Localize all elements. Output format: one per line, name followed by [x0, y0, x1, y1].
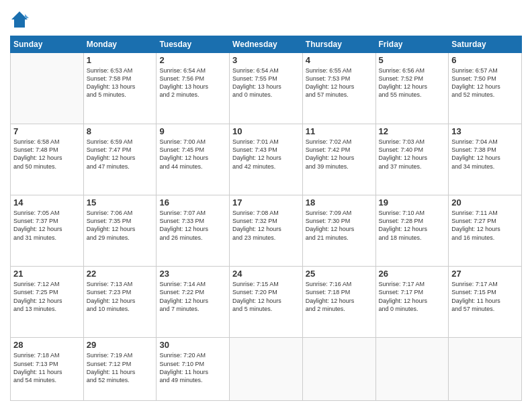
- calendar-cell: [11, 53, 84, 124]
- calendar-cell: 21Sunrise: 7:12 AM Sunset: 7:25 PM Dayli…: [11, 267, 84, 338]
- calendar-table: SundayMondayTuesdayWednesdayThursdayFrid…: [10, 36, 522, 401]
- calendar-cell: 18Sunrise: 7:09 AM Sunset: 7:30 PM Dayli…: [302, 195, 375, 267]
- day-number: 27: [451, 269, 519, 279]
- day-info: Sunrise: 7:10 AM Sunset: 7:28 PM Dayligh…: [379, 209, 446, 242]
- day-number: 21: [13, 269, 81, 279]
- day-info: Sunrise: 7:12 AM Sunset: 7:25 PM Dayligh…: [13, 280, 81, 313]
- day-info: Sunrise: 6:53 AM Sunset: 7:58 PM Dayligh…: [87, 66, 154, 99]
- calendar-cell: 26Sunrise: 7:17 AM Sunset: 7:17 PM Dayli…: [375, 267, 449, 338]
- day-number: 7: [13, 126, 81, 136]
- calendar-cell: 27Sunrise: 7:17 AM Sunset: 7:15 PM Dayli…: [449, 267, 522, 338]
- day-info: Sunrise: 6:59 AM Sunset: 7:47 PM Dayligh…: [87, 138, 154, 171]
- day-number: 20: [451, 197, 519, 208]
- day-info: Sunrise: 7:08 AM Sunset: 7:32 PM Dayligh…: [232, 209, 300, 242]
- calendar-cell: 14Sunrise: 7:05 AM Sunset: 7:37 PM Dayli…: [11, 195, 84, 267]
- calendar-cell: 4Sunrise: 6:55 AM Sunset: 7:53 PM Daylig…: [302, 53, 375, 124]
- day-header-thursday: Thursday: [302, 36, 375, 53]
- calendar-cell: 3Sunrise: 6:54 AM Sunset: 7:55 PM Daylig…: [230, 53, 303, 124]
- day-info: Sunrise: 7:15 AM Sunset: 7:20 PM Dayligh…: [232, 280, 300, 313]
- day-number: 4: [306, 55, 373, 65]
- day-number: 18: [306, 197, 373, 208]
- day-number: 22: [87, 269, 154, 279]
- calendar-cell: [375, 338, 449, 401]
- day-number: 19: [379, 197, 446, 208]
- calendar-cell: [230, 338, 303, 401]
- calendar-cell: 24Sunrise: 7:15 AM Sunset: 7:20 PM Dayli…: [230, 267, 303, 338]
- day-info: Sunrise: 7:04 AM Sunset: 7:38 PM Dayligh…: [451, 138, 519, 171]
- calendar-cell: 16Sunrise: 7:07 AM Sunset: 7:33 PM Dayli…: [157, 195, 230, 267]
- day-number: 1: [87, 55, 154, 65]
- page: SundayMondayTuesdayWednesdayThursdayFrid…: [0, 0, 532, 411]
- day-header-wednesday: Wednesday: [230, 36, 303, 53]
- day-number: 16: [159, 197, 226, 208]
- day-number: 28: [13, 340, 81, 350]
- day-info: Sunrise: 6:55 AM Sunset: 7:53 PM Dayligh…: [306, 66, 373, 99]
- day-number: 30: [159, 340, 226, 350]
- day-number: 10: [232, 126, 300, 136]
- day-number: 13: [451, 126, 519, 136]
- week-row-2: 14Sunrise: 7:05 AM Sunset: 7:37 PM Dayli…: [11, 195, 522, 267]
- day-number: 17: [232, 197, 300, 208]
- day-header-tuesday: Tuesday: [157, 36, 230, 53]
- calendar-cell: 6Sunrise: 6:57 AM Sunset: 7:50 PM Daylig…: [449, 53, 522, 124]
- day-number: 23: [159, 269, 226, 279]
- calendar-header-row: SundayMondayTuesdayWednesdayThursdayFrid…: [11, 36, 522, 53]
- calendar-cell: 1Sunrise: 6:53 AM Sunset: 7:58 PM Daylig…: [83, 53, 157, 124]
- calendar-cell: 23Sunrise: 7:14 AM Sunset: 7:22 PM Dayli…: [157, 267, 230, 338]
- header: [10, 10, 522, 29]
- day-info: Sunrise: 6:57 AM Sunset: 7:50 PM Dayligh…: [451, 66, 519, 99]
- svg-marker-0: [11, 11, 28, 28]
- week-row-3: 21Sunrise: 7:12 AM Sunset: 7:25 PM Dayli…: [11, 267, 522, 338]
- day-header-friday: Friday: [375, 36, 449, 53]
- calendar-cell: 10Sunrise: 7:01 AM Sunset: 7:43 PM Dayli…: [230, 124, 303, 195]
- calendar-cell: 5Sunrise: 6:56 AM Sunset: 7:52 PM Daylig…: [375, 53, 449, 124]
- day-info: Sunrise: 7:05 AM Sunset: 7:37 PM Dayligh…: [13, 209, 81, 242]
- calendar-cell: 22Sunrise: 7:13 AM Sunset: 7:23 PM Dayli…: [83, 267, 157, 338]
- calendar-cell: 15Sunrise: 7:06 AM Sunset: 7:35 PM Dayli…: [83, 195, 157, 267]
- day-info: Sunrise: 7:16 AM Sunset: 7:18 PM Dayligh…: [306, 280, 373, 313]
- day-info: Sunrise: 7:20 AM Sunset: 7:10 PM Dayligh…: [159, 351, 226, 384]
- calendar-cell: 11Sunrise: 7:02 AM Sunset: 7:42 PM Dayli…: [302, 124, 375, 195]
- week-row-4: 28Sunrise: 7:18 AM Sunset: 7:13 PM Dayli…: [11, 338, 522, 401]
- calendar-cell: 8Sunrise: 6:59 AM Sunset: 7:47 PM Daylig…: [83, 124, 157, 195]
- day-header-sunday: Sunday: [11, 36, 84, 53]
- day-info: Sunrise: 6:54 AM Sunset: 7:56 PM Dayligh…: [159, 66, 226, 99]
- day-header-saturday: Saturday: [449, 36, 522, 53]
- day-info: Sunrise: 7:14 AM Sunset: 7:22 PM Dayligh…: [159, 280, 226, 313]
- day-info: Sunrise: 6:54 AM Sunset: 7:55 PM Dayligh…: [232, 66, 300, 99]
- day-number: 29: [87, 340, 154, 350]
- calendar-cell: 29Sunrise: 7:19 AM Sunset: 7:12 PM Dayli…: [83, 338, 157, 401]
- day-info: Sunrise: 6:58 AM Sunset: 7:48 PM Dayligh…: [13, 138, 81, 171]
- calendar-cell: 2Sunrise: 6:54 AM Sunset: 7:56 PM Daylig…: [157, 53, 230, 124]
- day-info: Sunrise: 7:01 AM Sunset: 7:43 PM Dayligh…: [232, 138, 300, 171]
- calendar-cell: 28Sunrise: 7:18 AM Sunset: 7:13 PM Dayli…: [11, 338, 84, 401]
- day-number: 25: [306, 269, 373, 279]
- day-info: Sunrise: 7:17 AM Sunset: 7:17 PM Dayligh…: [379, 280, 446, 313]
- day-info: Sunrise: 7:13 AM Sunset: 7:23 PM Dayligh…: [87, 280, 154, 313]
- calendar-cell: 17Sunrise: 7:08 AM Sunset: 7:32 PM Dayli…: [230, 195, 303, 267]
- week-row-0: 1Sunrise: 6:53 AM Sunset: 7:58 PM Daylig…: [11, 53, 522, 124]
- day-info: Sunrise: 7:18 AM Sunset: 7:13 PM Dayligh…: [13, 351, 81, 384]
- day-number: 26: [379, 269, 446, 279]
- calendar-cell: 25Sunrise: 7:16 AM Sunset: 7:18 PM Dayli…: [302, 267, 375, 338]
- calendar-cell: 12Sunrise: 7:03 AM Sunset: 7:40 PM Dayli…: [375, 124, 449, 195]
- day-header-monday: Monday: [83, 36, 157, 53]
- calendar-cell: 20Sunrise: 7:11 AM Sunset: 7:27 PM Dayli…: [449, 195, 522, 267]
- day-number: 3: [232, 55, 300, 65]
- day-number: 12: [379, 126, 446, 136]
- calendar-cell: 13Sunrise: 7:04 AM Sunset: 7:38 PM Dayli…: [449, 124, 522, 195]
- day-number: 6: [451, 55, 519, 65]
- calendar-cell: [302, 338, 375, 401]
- day-info: Sunrise: 7:11 AM Sunset: 7:27 PM Dayligh…: [451, 209, 519, 242]
- day-info: Sunrise: 7:07 AM Sunset: 7:33 PM Dayligh…: [159, 209, 226, 242]
- day-info: Sunrise: 7:17 AM Sunset: 7:15 PM Dayligh…: [451, 280, 519, 313]
- week-row-1: 7Sunrise: 6:58 AM Sunset: 7:48 PM Daylig…: [11, 124, 522, 195]
- calendar-cell: 7Sunrise: 6:58 AM Sunset: 7:48 PM Daylig…: [11, 124, 84, 195]
- day-info: Sunrise: 7:19 AM Sunset: 7:12 PM Dayligh…: [87, 351, 154, 384]
- day-number: 2: [159, 55, 226, 65]
- calendar-cell: 30Sunrise: 7:20 AM Sunset: 7:10 PM Dayli…: [157, 338, 230, 401]
- day-number: 14: [13, 197, 81, 208]
- logo: [10, 10, 32, 29]
- logo-icon: [10, 10, 29, 29]
- day-number: 11: [306, 126, 373, 136]
